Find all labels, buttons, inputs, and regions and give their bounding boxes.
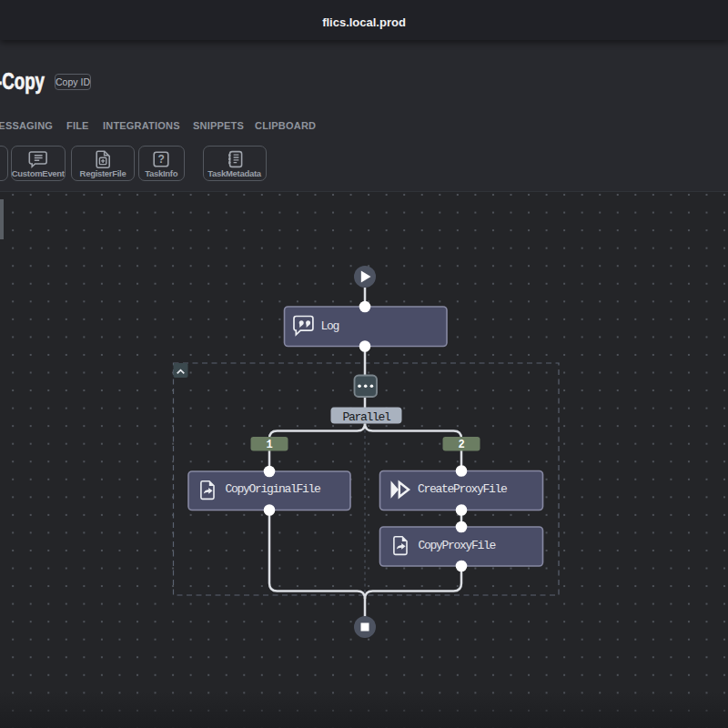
- svg-text:1: 1: [266, 439, 272, 451]
- svg-text:CopyProxyFile: CopyProxyFile: [419, 539, 496, 552]
- svg-text:2: 2: [458, 439, 464, 451]
- svg-text:Log: Log: [321, 319, 339, 333]
- svg-text:Parallel: Parallel: [342, 410, 391, 424]
- svg-text:CreateProxyFile: CreateProxyFile: [418, 482, 507, 496]
- svg-text:CopyOriginalFile: CopyOriginalFile: [226, 482, 321, 496]
- svg-text:?: ?: [158, 153, 165, 166]
